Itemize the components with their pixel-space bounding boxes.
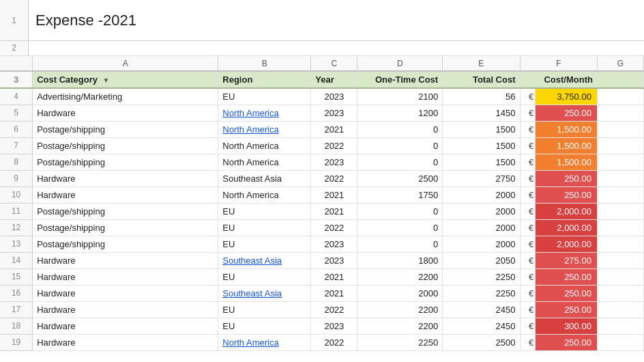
col-header-B[interactable]: B xyxy=(218,56,311,71)
col-header-C[interactable]: C xyxy=(311,56,357,71)
region-link[interactable]: North America xyxy=(222,337,278,348)
cell-year: 2022 xyxy=(311,137,357,154)
cell-cost-month: 275.00 xyxy=(536,252,598,268)
cell-cost-month: 3,750.00 xyxy=(536,88,598,105)
col-header-F[interactable]: F xyxy=(520,56,597,71)
cell-empty-g xyxy=(597,137,643,154)
cell-one-time-cost: 0 xyxy=(357,236,443,252)
cell-year: 2021 xyxy=(311,268,357,285)
cell-cost-category: Hardware xyxy=(33,268,218,285)
cell-year: 2023 xyxy=(311,252,357,268)
cell-region[interactable]: North America xyxy=(218,105,311,121)
region-link[interactable]: Southeast Asia xyxy=(222,288,282,298)
cell-total-cost: 2250 xyxy=(443,285,520,301)
cell-region[interactable]: North America xyxy=(218,121,311,137)
row-number: 8 xyxy=(0,154,33,170)
table-row: 18HardwareEU202322002450€300.00 xyxy=(0,318,644,334)
cell-region: EU xyxy=(218,88,311,105)
cell-cost-month: 250.00 xyxy=(536,105,598,121)
row-number: 14 xyxy=(0,252,33,268)
cell-euro-sign: € xyxy=(520,105,536,121)
spreadsheet: 1 Expense -2021 2 A B C D xyxy=(0,0,644,362)
cell-region[interactable]: Southeast Asia xyxy=(218,285,311,301)
cell-one-time-cost: 0 xyxy=(357,219,443,236)
cell-total-cost: 2450 xyxy=(443,318,520,334)
col-header-A[interactable]: A xyxy=(33,56,218,71)
cell-cost-category: Hardware xyxy=(33,186,218,203)
cell-one-time-cost: 2250 xyxy=(357,334,443,350)
cell-cost-category: Hardware xyxy=(33,170,218,186)
cell-cost-category: Advertising/Marketing xyxy=(33,88,218,105)
cell-euro-sign: € xyxy=(520,285,536,301)
cell-euro-sign: € xyxy=(520,203,536,219)
cell-cost-category: Postage/shipping xyxy=(33,154,218,170)
cell-cost-category: Hardware xyxy=(33,334,218,350)
table-row: 10HardwareNorth America202117502000€250.… xyxy=(0,186,644,203)
row-number: 17 xyxy=(0,301,33,318)
cell-euro-sign: € xyxy=(520,219,536,236)
col-header-G[interactable]: G xyxy=(597,56,643,71)
row-number: 6 xyxy=(0,121,33,137)
cell-empty-g xyxy=(597,318,643,334)
region-link[interactable]: North America xyxy=(222,108,278,118)
table-row: 7Postage/shippingNorth America202201500€… xyxy=(0,137,644,154)
cell-region: EU xyxy=(218,219,311,236)
cell-empty-g xyxy=(597,219,643,236)
header-empty-g xyxy=(597,71,643,88)
cell-euro-sign: € xyxy=(520,170,536,186)
row-number: 12 xyxy=(0,219,33,236)
data-table: A B C D E F G 3 Cost Category ▼ Region Y… xyxy=(0,56,644,351)
cell-empty-g xyxy=(597,203,643,219)
cell-cost-month: 2,000.00 xyxy=(536,236,598,252)
cell-euro-sign: € xyxy=(520,186,536,203)
table-row: 6Postage/shippingNorth America202101500€… xyxy=(0,121,644,137)
row-number: 16 xyxy=(0,285,33,301)
row-number: 10 xyxy=(0,186,33,203)
cell-cost-category: Postage/shipping xyxy=(33,121,218,137)
header-cost-month: Cost/Month xyxy=(520,71,597,88)
row-number: 15 xyxy=(0,268,33,285)
cell-year: 2021 xyxy=(311,186,357,203)
cell-cost-month: 2,000.00 xyxy=(536,219,598,236)
cell-one-time-cost: 2200 xyxy=(357,268,443,285)
cell-one-time-cost: 2200 xyxy=(357,318,443,334)
cell-one-time-cost: 0 xyxy=(357,121,443,137)
cell-empty-g xyxy=(597,334,643,350)
cell-year: 2021 xyxy=(311,121,357,137)
row-number: 4 xyxy=(0,88,33,105)
cell-total-cost: 2500 xyxy=(443,334,520,350)
cell-region: EU xyxy=(218,236,311,252)
cell-empty-g xyxy=(597,285,643,301)
cell-empty-g xyxy=(597,170,643,186)
cell-one-time-cost: 2100 xyxy=(357,88,443,105)
col-header-E[interactable]: E xyxy=(443,56,520,71)
filter-icon[interactable]: ▼ xyxy=(103,76,110,84)
cell-region: North America xyxy=(218,154,311,170)
region-link[interactable]: North America xyxy=(222,124,278,135)
col-header-D[interactable]: D xyxy=(357,56,443,71)
cell-empty-g xyxy=(597,268,643,285)
cell-cost-category: Postage/shipping xyxy=(33,236,218,252)
cell-cost-category: Hardware xyxy=(33,105,218,121)
cell-region[interactable]: North America xyxy=(218,334,311,350)
cell-region: EU xyxy=(218,301,311,318)
cell-total-cost: 1500 xyxy=(443,154,520,170)
row-number: 5 xyxy=(0,105,33,121)
cell-euro-sign: € xyxy=(520,318,536,334)
cell-total-cost: 2450 xyxy=(443,301,520,318)
cell-euro-sign: € xyxy=(520,268,536,285)
cell-euro-sign: € xyxy=(520,301,536,318)
cell-region[interactable]: Southeast Asia xyxy=(218,252,311,268)
cell-cost-month: 250.00 xyxy=(536,334,598,350)
cell-year: 2023 xyxy=(311,236,357,252)
cell-cost-month: 250.00 xyxy=(536,301,598,318)
cell-year: 2021 xyxy=(311,203,357,219)
cell-cost-month: 1,500.00 xyxy=(536,154,598,170)
cell-euro-sign: € xyxy=(520,252,536,268)
cell-region: EU xyxy=(218,268,311,285)
cell-empty-g xyxy=(597,105,643,121)
cell-euro-sign: € xyxy=(520,154,536,170)
region-link[interactable]: Southeast Asia xyxy=(222,255,282,266)
cell-year: 2021 xyxy=(311,285,357,301)
spreadsheet-title: Expense -2021 xyxy=(35,12,136,29)
